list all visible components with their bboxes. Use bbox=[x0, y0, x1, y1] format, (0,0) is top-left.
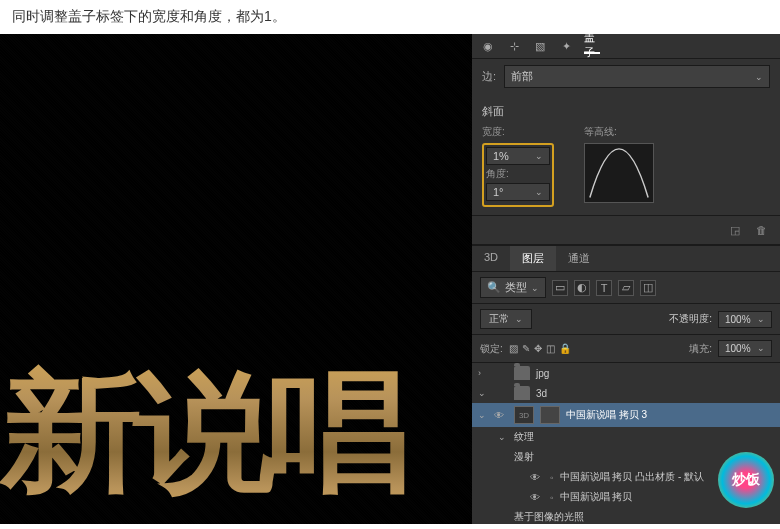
edge-label: 边: bbox=[482, 69, 496, 84]
tab-channels[interactable]: 通道 bbox=[556, 246, 602, 271]
lock-icons: ▨ ✎ ✥ ◫ 🔒 bbox=[509, 343, 571, 354]
layer-label: 漫射 bbox=[514, 450, 534, 464]
bevel-title: 斜面 bbox=[482, 104, 770, 119]
layer-row-texture[interactable]: ⌄ 纹理 bbox=[472, 427, 780, 447]
angle-label: 角度: bbox=[486, 167, 550, 181]
layer-row-copy[interactable]: 👁 ◦ 中国新说唱 拷贝 bbox=[472, 487, 780, 507]
visibility-on-icon[interactable]: 👁 bbox=[530, 492, 544, 503]
opacity-label: 不透明度: bbox=[669, 312, 712, 326]
panel-tab-icons: ◉ ⊹ ▧ ✦ 盖子 bbox=[472, 34, 780, 59]
fill-input[interactable]: 100% ⌄ bbox=[718, 340, 772, 357]
layer-row-image-light[interactable]: 基于图像的光照 bbox=[472, 507, 780, 524]
fill-value: 100% bbox=[725, 343, 751, 354]
mesh-icon[interactable]: ▧ bbox=[532, 38, 548, 54]
folder-icon bbox=[514, 366, 530, 380]
lock-paint-icon[interactable]: ✎ bbox=[522, 343, 530, 354]
bullet-icon: ◦ bbox=[550, 472, 554, 483]
layer-label: 纹理 bbox=[514, 430, 534, 444]
layer-mask-icon bbox=[540, 406, 560, 424]
filter-text-icon[interactable]: T bbox=[596, 280, 612, 296]
contour-block: 等高线: bbox=[584, 125, 654, 207]
twisty-closed-icon[interactable]: › bbox=[478, 368, 488, 378]
instruction-text: 同时调整盖子标签下的宽度和角度，都为1。 bbox=[0, 0, 780, 34]
coords-icon[interactable]: ⊹ bbox=[506, 38, 522, 54]
visibility-on-icon[interactable]: 👁 bbox=[494, 410, 508, 421]
blend-mode-row: 正常 ⌄ 不透明度: 100% ⌄ bbox=[472, 304, 780, 335]
filter-adjustment-icon[interactable]: ◐ bbox=[574, 280, 590, 296]
lock-position-icon[interactable]: ✥ bbox=[534, 343, 542, 354]
bevel-controls: 宽度: 1% ⌄ 角度: 1° ⌄ bbox=[482, 125, 554, 207]
layer-row-diffuse[interactable]: 漫射 bbox=[472, 447, 780, 467]
trash-icon[interactable]: 🗑 bbox=[752, 222, 770, 238]
blend-mode-value: 正常 bbox=[489, 312, 509, 326]
folder-icon bbox=[514, 386, 530, 400]
opacity-input[interactable]: 100% ⌄ bbox=[718, 311, 772, 328]
chevron-down-icon: ⌄ bbox=[757, 314, 765, 325]
three-d-properties-panel: ◉ ⊹ ▧ ✦ 盖子 边: 前部 ⌄ 斜面 宽度: bbox=[472, 34, 780, 245]
chevron-down-icon: ⌄ bbox=[515, 314, 523, 324]
lock-transparency-icon[interactable]: ▨ bbox=[509, 343, 518, 354]
bullet-icon: ◦ bbox=[550, 492, 554, 503]
visibility-on-icon[interactable]: 👁 bbox=[530, 472, 544, 483]
tab-layers[interactable]: 图层 bbox=[510, 246, 556, 271]
canvas-3d-text: 新说唱 bbox=[0, 344, 472, 524]
layer-label: 中国新说唱 拷贝 bbox=[560, 490, 633, 504]
blend-mode-dropdown[interactable]: 正常 ⌄ bbox=[480, 309, 532, 329]
angle-value: 1° bbox=[493, 186, 504, 198]
twisty-open-icon[interactable]: ⌄ bbox=[478, 388, 488, 398]
fill-label: 填充: bbox=[689, 342, 712, 356]
layer-label: 基于图像的光照 bbox=[514, 510, 584, 524]
contour-label: 等高线: bbox=[584, 125, 654, 139]
chevron-down-icon: ⌄ bbox=[535, 151, 543, 161]
layer-label: 中国新说唱 拷贝 凸出材质 - 默认 bbox=[560, 470, 704, 484]
layer-filter-toolbar: 🔍 类型 ⌄ ▭ ◐ T ▱ ◫ bbox=[472, 272, 780, 304]
width-input[interactable]: 1% ⌄ bbox=[486, 147, 550, 165]
layer-label: 3d bbox=[536, 388, 547, 399]
edge-selector-row: 边: 前部 ⌄ bbox=[472, 59, 780, 94]
properties-panels: ◉ ⊹ ▧ ✦ 盖子 边: 前部 ⌄ 斜面 宽度: bbox=[472, 34, 780, 524]
filter-smart-icon[interactable]: ◫ bbox=[640, 280, 656, 296]
layer-row-folder-jpg[interactable]: › jpg bbox=[472, 363, 780, 383]
chevron-down-icon: ⌄ bbox=[531, 283, 539, 293]
type-filter-label: 类型 bbox=[505, 280, 527, 295]
filter-image-icon[interactable]: ▭ bbox=[552, 280, 568, 296]
layer-row-material-extrusion[interactable]: 👁 ◦ 中国新说唱 拷贝 凸出材质 - 默认 bbox=[472, 467, 780, 487]
type-filter-dropdown[interactable]: 🔍 类型 ⌄ bbox=[480, 277, 546, 298]
deform-icon[interactable]: ✦ bbox=[558, 38, 574, 54]
layer-label: jpg bbox=[536, 368, 549, 379]
lock-row: 锁定: ▨ ✎ ✥ ◫ 🔒 填充: 100% ⌄ bbox=[472, 335, 780, 363]
layers-list: › jpg ⌄ 3d ⌄ 👁 3D 中国新说唱 拷贝 3 ⌄ 纹理 bbox=[472, 363, 780, 524]
app-workspace: 新说唱 ◉ ⊹ ▧ ✦ 盖子 边: 前部 ⌄ 斜面 bbox=[0, 34, 780, 524]
filter-shape-icon[interactable]: ▱ bbox=[618, 280, 634, 296]
layer-row-main-3d[interactable]: ⌄ 👁 3D 中国新说唱 拷贝 3 bbox=[472, 403, 780, 427]
width-value: 1% bbox=[493, 150, 509, 162]
highlighted-inputs: 1% ⌄ 角度: 1° ⌄ bbox=[482, 143, 554, 207]
twisty-open-icon[interactable]: ⌄ bbox=[498, 432, 508, 442]
contour-preview[interactable] bbox=[584, 143, 654, 203]
bevel-section: 斜面 宽度: 1% ⌄ 角度: 1° ⌄ bbox=[472, 94, 780, 215]
cap-tab-icon[interactable]: 盖子 bbox=[584, 38, 600, 54]
chevron-down-icon: ⌄ bbox=[535, 187, 543, 197]
globe-icon[interactable]: ◉ bbox=[480, 38, 496, 54]
canvas-viewport[interactable]: 新说唱 bbox=[0, 34, 472, 524]
layer-row-folder-3d[interactable]: ⌄ 3d bbox=[472, 383, 780, 403]
edge-dropdown[interactable]: 前部 ⌄ bbox=[504, 65, 770, 88]
twisty-open-icon[interactable]: ⌄ bbox=[478, 410, 488, 420]
opacity-value: 100% bbox=[725, 314, 751, 325]
chevron-down-icon: ⌄ bbox=[757, 343, 765, 354]
chevron-down-icon: ⌄ bbox=[755, 72, 763, 82]
tab-3d[interactable]: 3D bbox=[472, 246, 510, 271]
lock-label: 锁定: bbox=[480, 342, 503, 356]
lock-artboard-icon[interactable]: ◫ bbox=[546, 343, 555, 354]
search-icon: 🔍 bbox=[487, 281, 501, 294]
reset-icon[interactable]: ◲ bbox=[726, 222, 744, 238]
angle-input[interactable]: 1° ⌄ bbox=[486, 183, 550, 201]
panel-tabs: 3D 图层 通道 bbox=[472, 245, 780, 272]
contour-curve-icon bbox=[585, 144, 653, 202]
layer-thumb-icon: 3D bbox=[514, 406, 534, 424]
panel-footer: ◲ 🗑 bbox=[472, 215, 780, 244]
layer-label: 中国新说唱 拷贝 3 bbox=[566, 408, 647, 422]
lock-all-icon[interactable]: 🔒 bbox=[559, 343, 571, 354]
edge-value: 前部 bbox=[511, 69, 533, 84]
width-label: 宽度: bbox=[482, 125, 554, 139]
